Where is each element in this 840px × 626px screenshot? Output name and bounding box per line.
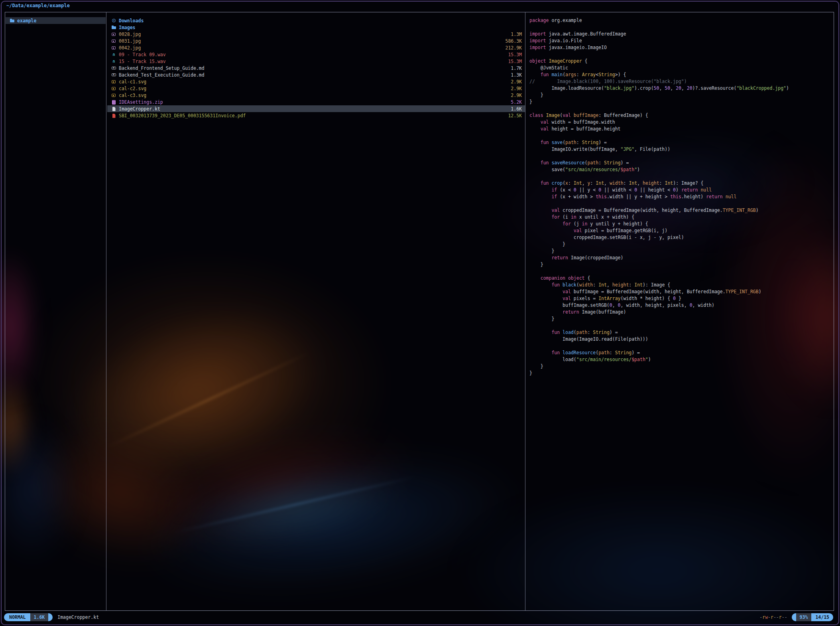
file-row[interactable]: cal-c1.svg2.9K [107, 78, 525, 85]
file-name: IDEAsettings.zip [119, 99, 163, 105]
code-line: if (x + width > this.width || y + height… [529, 194, 832, 200]
file-size: 15.3M [508, 59, 522, 64]
code-line: } [529, 261, 832, 268]
file-row[interactable]: 0028.jpg1.3M [107, 31, 525, 38]
code-line: val width = buffImage.width [529, 119, 832, 126]
file-row[interactable]: 0031.jpg586.3K [107, 38, 525, 44]
image-purple-icon [111, 38, 116, 44]
mode-badge: NORMAL [4, 613, 30, 621]
code-line: val croppedImage = BufferedImage(width, … [529, 207, 832, 214]
folder-download-icon [111, 17, 116, 24]
code-line: save("src/main/resources/$path") [529, 166, 832, 173]
status-right-group: -rw-r--r-- 93% 14/15 [759, 613, 833, 621]
mode-pill: NORMAL 1.6K [4, 613, 53, 621]
file-size: 1.6K [511, 106, 522, 112]
code-line: buffImage.setRGB(0, 0, width, height, pi… [529, 302, 832, 309]
code-line [529, 268, 832, 275]
folder-icon [10, 17, 15, 24]
code-line: // Image.black(100, 100).saveResource("b… [529, 78, 832, 85]
code-line: fun main(args: Array<String>) { [529, 71, 832, 78]
file-name: Downloads [119, 18, 144, 24]
file-size: 212.9K [505, 45, 522, 51]
code-line: fun load(path: String) = [529, 329, 832, 336]
file-size: 2.9K [511, 93, 522, 98]
file-name: Backend_Test_Execution_Guide.md [119, 72, 205, 78]
file-name: ImageCropper.kt [119, 106, 160, 112]
code-line: } [529, 370, 832, 377]
position-pill: 93% 14/15 [792, 613, 833, 621]
file-name: 0031.jpg [119, 38, 141, 44]
code-line: import java.awt.image.BufferedImage [529, 31, 832, 38]
file-row[interactable]: 0042.jpg212.9K [107, 44, 525, 51]
file-icon [111, 105, 116, 112]
code-line: } [529, 363, 832, 370]
code-line: } [529, 248, 832, 255]
markdown-icon [111, 71, 116, 78]
code-line [529, 105, 832, 112]
code-line: Image.loadResource("black.jpg").crop(50,… [529, 85, 832, 92]
code-line [529, 343, 832, 350]
status-bar: NORMAL 1.6K ImageCropper.kt -rw-r--r-- 9… [4, 613, 833, 621]
file-row[interactable]: SBI_0032013739_2023_DE05_0003155631Invoi… [107, 112, 525, 119]
file-size: 12.5K [508, 113, 522, 118]
file-size: 15.3M [508, 52, 522, 57]
code-line [529, 153, 832, 160]
file-row[interactable]: Downloads [107, 17, 525, 24]
terminal-screen: ~/Data/example/example example Downloads… [0, 0, 840, 626]
parent-pane: example [6, 17, 106, 24]
file-size-badge: 1.6K [30, 613, 49, 621]
file-size: 2.9K [511, 79, 522, 85]
code-line [529, 322, 832, 329]
file-row[interactable]: Backend_Frontend_Setup_Guide.md1.7K [107, 65, 525, 71]
scroll-percent-badge: 93% [796, 613, 812, 621]
file-row[interactable]: example [6, 17, 106, 24]
code-line: package org.example [529, 17, 832, 24]
file-name: Images [119, 25, 136, 30]
code-line: return Image(croppedImage) [529, 255, 832, 261]
code-line: fun loadResource(path: String) = [529, 350, 832, 356]
pane-separator-left [106, 12, 106, 610]
file-row[interactable]: cal-c2.svg2.9K [107, 85, 525, 92]
code-line: import java.io.File [529, 38, 832, 44]
file-row[interactable]: cal-c3.svg2.9K [107, 92, 525, 99]
code-line: for (i in x until x + width) { [529, 214, 832, 221]
file-row[interactable]: Backend_Test_Execution_Guide.md1.3K [107, 71, 525, 78]
code-line: for (j in y until y + height) { [529, 221, 832, 227]
file-row[interactable]: Images [107, 24, 525, 31]
file-row[interactable]: IDEAsettings.zip5.2K [107, 99, 525, 105]
code-line [529, 51, 832, 58]
code-line: croppedImage.setRGB(i - x, j - y, pixel) [529, 234, 832, 241]
audio-icon [111, 58, 116, 65]
code-line: @JvmStatic [529, 65, 832, 71]
image-purple-icon [111, 44, 116, 51]
code-line: companion object { [529, 275, 832, 282]
image-yellow-icon [111, 78, 116, 85]
preview-pane: package org.exampleimport java.awt.image… [529, 17, 832, 609]
file-name: cal-c3.svg [119, 93, 146, 98]
code-line: val height = buffImage.height [529, 126, 832, 132]
breadcrumb-path: ~/Data/example/example [6, 3, 70, 8]
file-row[interactable]: 15 - Track 15.wav15.3M [107, 58, 525, 65]
file-size: 586.3K [505, 38, 522, 44]
image-purple-icon [111, 31, 116, 38]
file-name: 09 - Track 09.wav [119, 52, 166, 57]
markdown-icon [111, 65, 116, 71]
code-line: } [529, 241, 832, 248]
status-filename: ImageCropper.kt [57, 614, 99, 620]
pane-separator-right [525, 12, 525, 610]
code-line: return Image(buffImage) [529, 309, 832, 316]
code-line: val pixels = IntArray(width * height) { … [529, 295, 832, 302]
file-row[interactable]: 09 - Track 09.wav15.3M [107, 51, 525, 58]
file-name: SBI_0032013739_2023_DE05_0003155631Invoi… [119, 113, 246, 118]
code-line [529, 24, 832, 31]
code-line [529, 200, 832, 207]
image-yellow-icon [111, 85, 116, 92]
file-row[interactable]: ImageCropper.kt1.6K [107, 105, 525, 112]
file-name: 0028.jpg [119, 32, 141, 37]
file-size: 2.9K [511, 86, 522, 91]
permissions-text: -rw-r--r-- [759, 614, 787, 620]
code-line [529, 173, 832, 180]
pdf-icon [111, 112, 116, 119]
pill-cap-right [48, 613, 53, 621]
position-badge: 14/15 [811, 613, 833, 621]
